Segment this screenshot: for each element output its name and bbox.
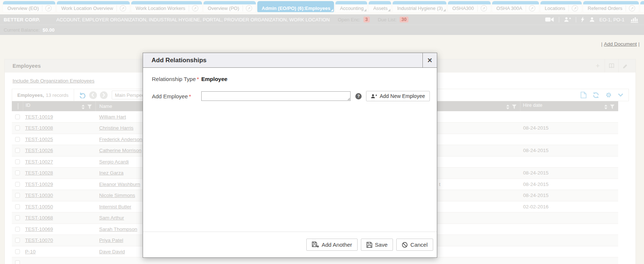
tab[interactable]: Referred Orders ↗	[583, 1, 639, 12]
row-checkbox[interactable]	[15, 159, 20, 164]
sort-icon[interactable]	[604, 105, 608, 110]
cancel-button[interactable]: Cancel	[396, 239, 433, 251]
tab[interactable]: Work Location Overview ↗	[57, 1, 130, 12]
add-icon[interactable]: +	[591, 59, 605, 73]
add-user-icon[interactable]	[564, 17, 571, 22]
bar-chart-icon[interactable]	[631, 17, 638, 23]
tab[interactable]: Overview (EO) ↗	[3, 1, 55, 12]
employee-name-link[interactable]: William Hart	[99, 114, 126, 120]
include-sub-org-link[interactable]: Include Sub Organization Employees	[13, 78, 94, 84]
row-checkbox[interactable]	[15, 249, 20, 254]
chevron-right-icon[interactable]	[100, 91, 108, 99]
sort-icon[interactable]	[81, 105, 85, 110]
book-icon[interactable]	[605, 59, 618, 73]
open-enc-badge[interactable]: 3	[363, 17, 370, 22]
employee-id-link[interactable]: TEST-10026	[25, 148, 53, 153]
employee-id-link[interactable]: TEST-10019	[25, 114, 53, 120]
tab[interactable]: Portal Management ↗	[640, 1, 644, 12]
add-another-button[interactable]: Add Another	[306, 239, 358, 251]
employee-id-link[interactable]: TEST-10070	[25, 237, 53, 243]
row-checkbox[interactable]	[15, 115, 20, 119]
tab[interactable]: OSHA 300A ↗	[492, 1, 539, 12]
tab[interactable]: Accounting ↗	[335, 1, 367, 12]
employee-id-link[interactable]: TEST-10029	[25, 182, 53, 187]
column-header-id[interactable]: ID	[23, 101, 95, 111]
employee-id-link[interactable]: TEST-10027	[25, 159, 53, 165]
filter-icon[interactable]	[87, 105, 92, 110]
select-all-checkbox[interactable]	[18, 103, 18, 109]
save-button[interactable]: Save	[361, 239, 393, 251]
open-in-new-icon[interactable]: ↗	[626, 5, 635, 11]
lightning-icon[interactable]	[581, 17, 585, 22]
undo-icon[interactable]	[79, 92, 86, 98]
open-in-new-icon[interactable]: ↗	[526, 5, 535, 11]
row-checkbox[interactable]	[15, 148, 20, 153]
employee-id-link[interactable]: P-10	[25, 249, 36, 254]
select-all-header[interactable]	[12, 101, 23, 111]
new-document-icon[interactable]	[581, 92, 586, 98]
gear-icon[interactable]	[605, 92, 612, 98]
modal-header[interactable]: Add Relationships ×	[143, 53, 437, 68]
add-document-link[interactable]: Add Document	[604, 41, 637, 47]
row-checkbox[interactable]	[15, 170, 20, 175]
employee-name-link[interactable]: Christine Harris	[99, 125, 133, 131]
open-in-new-icon[interactable]: ↗	[116, 5, 126, 11]
due-list-badge[interactable]: 30	[400, 17, 408, 22]
open-in-new-icon[interactable]: ↗	[42, 5, 52, 11]
employee-name-link[interactable]: Frederick Anderson	[99, 137, 142, 142]
employee-name-link[interactable]: Inez Garza	[99, 170, 123, 176]
row-checkbox[interactable]	[15, 227, 20, 232]
help-icon[interactable]: ?	[355, 93, 362, 99]
refresh-icon[interactable]	[592, 92, 599, 99]
employee-id-link[interactable]: TEST-10030	[25, 193, 53, 198]
filter-icon[interactable]	[610, 105, 615, 110]
employee-id-link[interactable]: TEST-10068	[25, 215, 53, 221]
employee-name-link[interactable]: Eleanor Washburn	[99, 182, 140, 187]
employee-name-link[interactable]: Internist Butler	[99, 204, 131, 210]
employee-name-link[interactable]: Nicole Simmons	[99, 193, 135, 198]
employee-name-link[interactable]: Dave David	[99, 249, 125, 254]
tab[interactable]: Admin (EO/PO) (6):Employees ↗	[257, 1, 334, 12]
employee-name-link[interactable]: Sarah Thompson	[99, 226, 137, 232]
user-icon[interactable]	[589, 17, 595, 22]
module-menu[interactable]: ACCOUNT, EMPLOYER ORGANIZATION, INDUSTRI…	[56, 17, 330, 22]
employee-id-link[interactable]: TEST-10069	[25, 226, 53, 232]
employee-id-link[interactable]: TEST-10028	[25, 170, 53, 176]
row-checkbox[interactable]	[15, 126, 20, 130]
user-scope-label[interactable]: EO-1, PO-1	[599, 17, 624, 22]
tab[interactable]: Assets ↗	[369, 1, 391, 12]
open-in-new-icon[interactable]: ↗	[477, 5, 487, 11]
row-checkbox[interactable]	[15, 260, 20, 264]
filter-icon[interactable]	[512, 105, 516, 110]
tab[interactable]: OSHA300 ↗	[448, 1, 491, 12]
tab[interactable]: Industrial Hygiene (3) ↗	[393, 1, 446, 12]
close-icon[interactable]: ×	[422, 53, 437, 67]
row-checkbox[interactable]	[15, 182, 20, 187]
employee-name-link[interactable]: Catherine Morrison	[99, 148, 142, 153]
employee-id-link[interactable]: TEST-10050	[25, 204, 53, 210]
row-checkbox[interactable]	[15, 137, 20, 142]
employee-id-link[interactable]: TEST-10025	[25, 137, 53, 142]
employee-name-link[interactable]: Sam Arthur	[99, 215, 124, 221]
tab[interactable]: Work Location Workers ↗	[131, 1, 202, 12]
chevron-left-icon[interactable]	[89, 91, 97, 99]
row-checkbox[interactable]	[15, 238, 20, 243]
column-header-hire-date[interactable]: Hire date	[520, 101, 618, 111]
pencil-icon[interactable]	[618, 59, 632, 73]
add-employee-input[interactable]	[201, 91, 351, 101]
employee-name-link[interactable]: Sergio Acardi	[99, 159, 129, 165]
chevron-down-icon[interactable]	[618, 93, 623, 97]
open-in-new-icon[interactable]: ↗	[189, 5, 198, 11]
employee-name-link[interactable]: Priya Patel	[99, 237, 123, 243]
add-new-employee-button[interactable]: Add New Employee	[366, 91, 430, 101]
tab[interactable]: Locations ↗	[540, 1, 582, 12]
employee-id-link[interactable]: TEST-10008	[25, 125, 53, 131]
sort-icon[interactable]	[506, 105, 509, 110]
video-icon[interactable]	[545, 17, 554, 22]
open-in-new-icon[interactable]: ↗	[568, 5, 578, 11]
open-in-new-icon[interactable]: ↗	[243, 5, 252, 11]
row-checkbox[interactable]	[15, 204, 20, 209]
row-checkbox[interactable]	[15, 215, 20, 220]
tab[interactable]: Overview (PO) ↗	[203, 1, 256, 12]
row-checkbox[interactable]	[15, 193, 20, 198]
